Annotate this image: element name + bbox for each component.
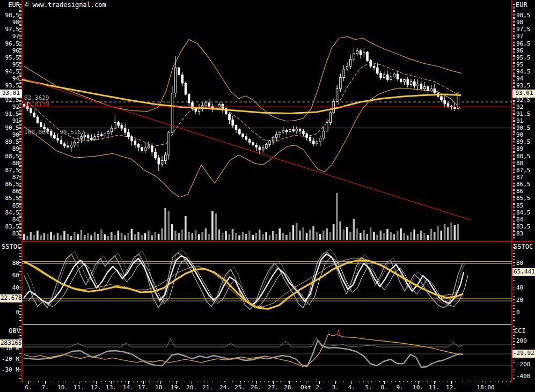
sstoc-gray-fast-line-2 xyxy=(27,249,466,307)
chart-canvas[interactable] xyxy=(0,0,535,392)
sstoc-left-value-box: 22,678 xyxy=(0,294,22,302)
sstoc-white-slow-line xyxy=(24,254,464,305)
red-level-label: 92,0139 xyxy=(24,101,49,108)
sstoc-panel xyxy=(19,249,512,309)
obv-value-box: 283165 xyxy=(0,339,22,347)
fib-level-label: 100,00% - 90,5167 xyxy=(24,129,85,136)
candles xyxy=(23,47,459,171)
moving-average-line xyxy=(22,80,460,114)
bollinger-lower-band xyxy=(24,88,460,197)
current-price-box-right: 93,01 xyxy=(512,90,535,98)
sstoc-right-value-box: 65,441 xyxy=(512,268,535,276)
main-panel xyxy=(22,36,512,240)
current-price-box-left: 93,01 xyxy=(0,90,22,98)
bollinger-upper-band xyxy=(24,36,461,121)
tradesignal-chart-window: EUR EUR © www.tradesignal.com SSTOC SSTO… xyxy=(0,0,535,392)
downtrend-line xyxy=(22,78,470,220)
cci-value-box: -29,922 xyxy=(512,350,535,358)
cci-red-spike xyxy=(337,330,340,336)
volume-bars xyxy=(23,193,459,240)
obv-cci-panel xyxy=(22,330,512,368)
